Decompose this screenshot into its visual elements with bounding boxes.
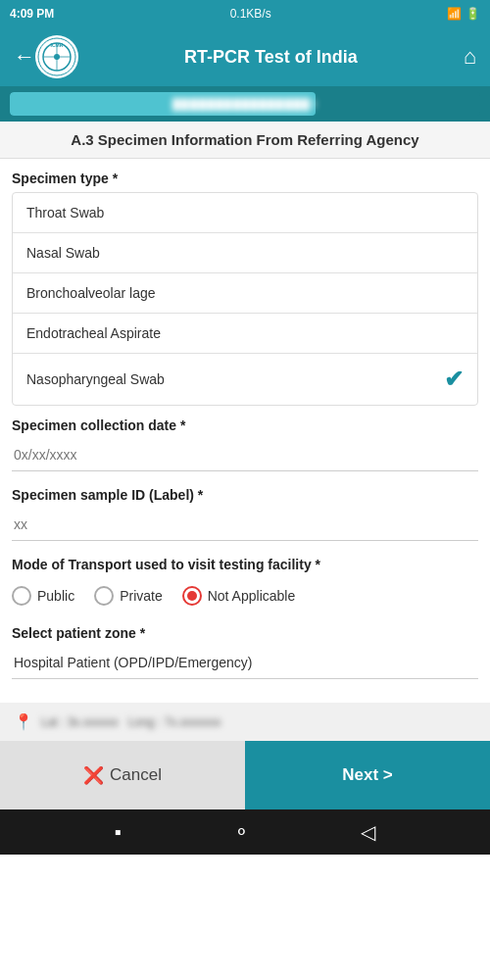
transport-public-label: Public — [37, 588, 74, 604]
specimen-option-nasopharyngeal[interactable]: Nasopharyngeal Swab ✔ — [13, 354, 477, 405]
patient-zone-select[interactable]: Hospital Patient (OPD/IPD/Emergency) Hom… — [12, 647, 478, 679]
specimen-option-broncho[interactable]: Bronchoalveolar lage — [13, 273, 477, 314]
nav-triangle-icon[interactable]: ◁ — [361, 820, 375, 844]
app-header: ← ICMR RT-PCR Test of India ⌂ — [0, 27, 490, 86]
transport-private-label: Private — [120, 588, 163, 604]
specimen-date-label: Specimen collection date * — [12, 406, 478, 439]
cancel-icon: ❌ — [83, 765, 104, 786]
header-title: RT-PCR Test of India — [78, 47, 464, 68]
patient-zone-wrapper: Hospital Patient (OPD/IPD/Emergency) Hom… — [12, 647, 478, 679]
status-time: 4:09 PM — [10, 7, 54, 21]
transport-public-radio[interactable] — [12, 586, 31, 606]
bottom-buttons: ❌ Cancel Next > — [0, 741, 490, 809]
specimen-id-label: Specimen sample ID (Label) * — [12, 475, 478, 509]
cancel-button[interactable]: ❌ Cancel — [0, 741, 245, 809]
android-nav-bar: ▪ ⚬ ◁ — [0, 809, 490, 855]
home-button[interactable]: ⌂ — [464, 44, 476, 70]
transport-private[interactable]: Private — [94, 586, 163, 606]
header-logo: ICMR — [35, 35, 78, 78]
form-content: Specimen type * Throat Swab Nasal Swab B… — [0, 159, 490, 693]
cancel-label: Cancel — [110, 765, 162, 785]
transport-private-radio[interactable] — [94, 586, 114, 606]
progress-bar: ████████████████3 — [10, 92, 480, 116]
location-bar: 📍 Lat : 3x.xxxxxx Long : 7x.xxxxxxx — [0, 703, 490, 741]
transport-radio-group: Public Private Not Applicable — [12, 578, 478, 613]
transport-not-applicable[interactable]: Not Applicable — [182, 586, 296, 606]
specimen-date-wrapper — [12, 439, 478, 471]
transport-notapplicable-dot — [187, 591, 197, 601]
signal-icon: 📶 — [447, 7, 462, 21]
transport-notapplicable-label: Not Applicable — [208, 588, 296, 604]
wifi-icon: 🔋 — [466, 7, 480, 21]
specimen-nasal-text: Nasal Swab — [26, 245, 100, 261]
specimen-type-label: Specimen type * — [12, 159, 478, 192]
back-button[interactable]: ← — [14, 44, 35, 70]
transport-public[interactable]: Public — [12, 586, 74, 606]
specimen-throat-text: Throat Swab — [26, 205, 104, 220]
nav-square-icon[interactable]: ▪ — [115, 821, 122, 844]
status-network: 0.1KB/s — [230, 7, 271, 21]
next-button[interactable]: Next > — [245, 741, 490, 809]
progress-text: ████████████████3 — [172, 98, 318, 110]
progress-area: ████████████████3 — [0, 86, 490, 122]
specimen-broncho-text: Bronchoalveolar lage — [26, 285, 156, 301]
transport-label: Mode of Transport used to visit testing … — [12, 545, 478, 578]
nasopharyngeal-checkmark: ✔ — [444, 366, 464, 393]
specimen-id-input[interactable] — [12, 509, 478, 541]
status-bar: 4:09 PM 0.1KB/s 📶 🔋 — [0, 0, 490, 27]
patient-zone-label: Select patient zone * — [12, 613, 478, 647]
status-icons: 📶 🔋 — [447, 7, 480, 21]
specimen-option-throat[interactable]: Throat Swab — [13, 193, 477, 233]
specimen-id-wrapper — [12, 509, 478, 541]
specimen-endotracheal-text: Endotracheal Aspirate — [26, 325, 161, 341]
specimen-type-list: Throat Swab Nasal Swab Bronchoalveolar l… — [12, 192, 478, 406]
specimen-nasopharyngeal-text: Nasopharyngeal Swab — [26, 371, 165, 387]
transport-notapplicable-radio[interactable] — [182, 586, 202, 606]
specimen-option-nasal[interactable]: Nasal Swab — [13, 233, 477, 273]
specimen-option-endotracheal[interactable]: Endotracheal Aspirate — [13, 314, 477, 354]
section-title: A.3 Specimen Information From Referring … — [14, 131, 476, 148]
location-text: Lat : 3x.xxxxxx Long : 7x.xxxxxxx — [41, 715, 220, 729]
nav-circle-icon[interactable]: ⚬ — [233, 820, 250, 844]
section-header: A.3 Specimen Information From Referring … — [0, 122, 490, 159]
location-pin-icon: 📍 — [14, 712, 33, 731]
specimen-date-input[interactable] — [12, 439, 478, 471]
